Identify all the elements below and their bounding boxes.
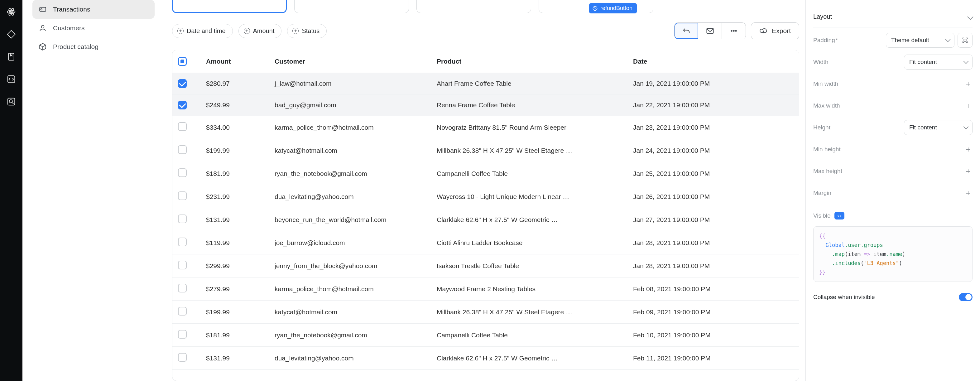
svg-rect-16 (964, 39, 966, 41)
table-row[interactable]: $199.99katycat@hotmail.comMillbank 26.38… (172, 139, 799, 162)
padding-expand-button[interactable] (958, 33, 972, 48)
col-header-date[interactable]: Date (627, 50, 799, 73)
filter-chip-date[interactable]: + Date and time (172, 24, 233, 38)
cell-customer: katycat@hotmail.com (269, 301, 431, 324)
row-checkbox[interactable] (178, 353, 187, 362)
row-checkbox[interactable] (178, 79, 187, 88)
col-header-amount[interactable]: Amount (200, 50, 269, 73)
code-binding-icon[interactable] (834, 212, 845, 220)
padding-select[interactable]: Theme default (886, 33, 955, 48)
table-row[interactable]: $280.97j_law@hotmail.comAhart Frame Coff… (172, 73, 799, 94)
action-group (674, 22, 746, 39)
table-row[interactable]: $181.99ryan_the_notebook@gmail.comCampan… (172, 324, 799, 347)
table-row[interactable]: $249.99bad_guy@gmail.comRenna Frame Coff… (172, 94, 799, 116)
add-min-width-button[interactable]: + (964, 80, 972, 88)
svg-point-1 (8, 10, 15, 13)
row-checkbox[interactable] (178, 284, 187, 292)
height-row: Height Fit content (813, 118, 972, 137)
row-checkbox[interactable] (178, 101, 187, 110)
cell-date: Jan 28, 2021 19:00:00 PM (627, 254, 799, 277)
collapse-toggle[interactable] (959, 293, 972, 301)
cell-date: Jan 27, 2021 19:00:00 PM (627, 208, 799, 231)
cell-customer: dua_levitating@yahoo.com (269, 185, 431, 208)
width-select[interactable]: Fit content (904, 54, 972, 70)
padding-label: Padding* (813, 37, 838, 44)
top-tab-1[interactable] (172, 0, 287, 13)
inspector-panel: Layout Padding* Theme default Width Fit … (805, 0, 980, 381)
top-tab-3[interactable] (417, 0, 531, 13)
cell-product: Ahart Frame Coffee Table (431, 73, 627, 94)
table-row[interactable]: $131.99beyonce_run_the_world@hotmail.com… (172, 208, 799, 231)
width-row: Width Fit content (813, 53, 972, 71)
row-checkbox[interactable] (178, 330, 187, 339)
table-row[interactable]: $334.00karma_police_thom@hotmail.comNovo… (172, 116, 799, 139)
table-row[interactable]: $231.99dua_levitating@yahoo.comWaycross … (172, 185, 799, 208)
row-checkbox[interactable] (178, 191, 187, 200)
export-label: Export (772, 27, 791, 35)
visible-label: Visible (813, 212, 831, 219)
col-header-customer[interactable]: Customer (269, 50, 431, 73)
sidebar-item-customers[interactable]: Customers (32, 19, 154, 37)
cell-product: Clarklake 62.6" H x 27.5" W Geometric … (431, 208, 627, 231)
top-tab-4[interactable] (539, 0, 653, 13)
row-checkbox[interactable] (178, 215, 187, 223)
email-button[interactable] (698, 23, 722, 39)
row-checkbox[interactable] (178, 145, 187, 154)
row-checkbox[interactable] (178, 122, 187, 131)
svg-point-7 (10, 100, 13, 103)
max-height-row: Max height + (813, 162, 972, 180)
sidebar-item-transactions[interactable]: Transactions (32, 0, 154, 19)
code-block-icon[interactable] (6, 73, 17, 85)
filter-chip-status[interactable]: + Status (287, 24, 327, 38)
filter-chip-amount[interactable]: + Amount (239, 24, 282, 38)
top-tab-2[interactable] (294, 0, 409, 13)
add-min-height-button[interactable]: + (964, 145, 972, 154)
margin-row: Margin + (813, 184, 972, 202)
more-button[interactable] (722, 23, 746, 39)
row-checkbox[interactable] (178, 238, 187, 246)
add-max-height-button[interactable]: + (964, 167, 972, 175)
table-row[interactable]: $119.99joe_burrow@icloud.comCiotti Alinr… (172, 231, 799, 254)
table-row[interactable]: $181.99ryan_the_notebook@gmail.comCampan… (172, 162, 799, 185)
row-checkbox[interactable] (178, 168, 187, 177)
search-doc-icon[interactable] (6, 96, 17, 107)
layout-section-header[interactable]: Layout (813, 6, 972, 27)
box-icon (39, 43, 47, 51)
atom-icon[interactable] (6, 6, 17, 18)
cell-date: Jan 23, 2021 19:00:00 PM (627, 116, 799, 139)
col-header-product[interactable]: Product (431, 50, 627, 73)
cell-product: Maywood Frame 2 Nesting Tables (431, 277, 627, 301)
row-checkbox[interactable] (178, 307, 187, 316)
bookmark-file-icon[interactable] (6, 51, 17, 62)
max-width-label: Max width (813, 102, 840, 109)
select-all-checkbox[interactable] (178, 57, 187, 66)
diamond-icon[interactable] (6, 29, 17, 40)
min-height-row: Min height + (813, 140, 972, 158)
table-row[interactable]: $279.99karma_police_thom@hotmail.comMayw… (172, 277, 799, 301)
max-width-row: Max width + (813, 97, 972, 115)
transactions-table: Amount Customer Product Date $280.97j_la… (172, 50, 799, 381)
height-select[interactable]: Fit content (904, 120, 972, 135)
chip-label: Date and time (187, 27, 226, 35)
collapse-label: Collapse when invisible (813, 294, 875, 301)
add-margin-button[interactable]: + (964, 189, 972, 198)
table-row[interactable]: $299.99jenny_from_the_block@yahoo.comIsa… (172, 254, 799, 277)
table-row[interactable]: $131.99dua_levitating@yahoo.comClarklake… (172, 347, 799, 370)
dots-icon (729, 27, 738, 35)
refund-button[interactable] (675, 23, 698, 39)
add-max-width-button[interactable]: + (964, 101, 972, 110)
collapse-row: Collapse when invisible (813, 293, 972, 301)
visible-code-block[interactable]: {{ Global.user.groups .map(item => item.… (813, 226, 972, 282)
export-button[interactable]: Export (751, 22, 799, 39)
sidebar-item-product-catalog[interactable]: Product catalog (32, 37, 154, 56)
wallet-icon (39, 5, 47, 13)
cell-product: Renna Frame Coffee Table (431, 94, 627, 116)
row-checkbox[interactable] (178, 261, 187, 269)
visible-row: Visible (813, 212, 972, 220)
cell-customer: dua_levitating@yahoo.com (269, 347, 431, 370)
cell-product: Campanelli Coffee Table (431, 162, 627, 185)
width-label: Width (813, 59, 829, 65)
table-row[interactable]: $199.99katycat@hotmail.comMillbank 26.38… (172, 301, 799, 324)
cell-customer: karma_police_thom@hotmail.com (269, 116, 431, 139)
cell-amount: $249.99 (200, 94, 269, 116)
